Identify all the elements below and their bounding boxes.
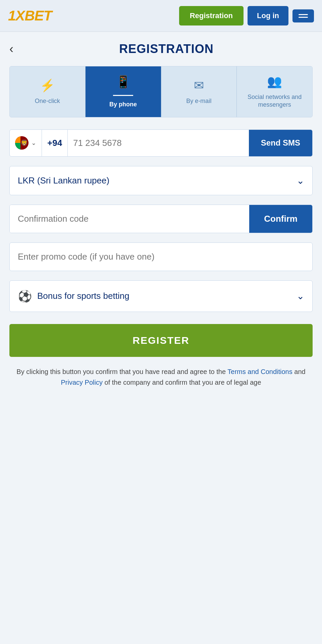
login-button[interactable]: Log in <box>248 6 288 25</box>
bonus-dropdown[interactable]: ⚽ Bonus for sports betting ⌄ <box>9 280 313 312</box>
bonus-chevron-icon: ⌄ <box>297 290 304 302</box>
tab-social[interactable]: 👥 Social networks and messengers <box>237 66 312 117</box>
page-content: ‹ REGISTRATION ⚡ One-click 📱 By phone ✉ … <box>0 32 322 401</box>
header: 1XBET Registration Log in <box>0 0 322 32</box>
tab-by-email-label: By e-mail <box>186 97 211 105</box>
menu-icon-line2 <box>299 17 308 18</box>
confirm-button[interactable]: Confirm <box>249 205 312 233</box>
lightning-icon: ⚡ <box>40 78 55 93</box>
bonus-label: Bonus for sports betting <box>37 291 129 301</box>
disclaimer: By clicking this button you confirm that… <box>9 366 313 388</box>
logo-text: 1XBET <box>8 8 52 23</box>
currency-dropdown[interactable]: LKR (Sri Lankan rupee) ⌄ <box>9 166 313 195</box>
header-right: Registration Log in <box>179 6 314 25</box>
promo-code-input[interactable] <box>9 243 313 271</box>
social-icon: 👥 <box>267 74 282 89</box>
confirmation-row: Confirm <box>9 205 313 233</box>
country-selector[interactable]: ⌄ <box>10 130 42 156</box>
country-chevron-icon: ⌄ <box>31 139 36 147</box>
menu-button[interactable] <box>292 9 314 22</box>
tab-social-label: Social networks and messengers <box>240 93 309 109</box>
confirmation-code-input[interactable] <box>10 205 249 233</box>
tab-by-phone[interactable]: 📱 By phone <box>86 66 161 117</box>
menu-icon-line1 <box>299 14 308 15</box>
tab-by-email[interactable]: ✉ By e-mail <box>161 66 237 117</box>
flag-icon <box>15 136 29 150</box>
tab-underline <box>113 95 133 96</box>
country-code: +94 <box>42 130 68 156</box>
send-sms-button[interactable]: Send SMS <box>249 130 312 156</box>
phone-input-row: ⌄ +94 Send SMS <box>9 129 313 157</box>
registration-button[interactable]: Registration <box>179 6 244 25</box>
email-icon: ✉ <box>194 78 204 93</box>
privacy-link[interactable]: Privacy Policy <box>61 379 103 386</box>
disclaimer-text-before: By clicking this button you confirm that… <box>16 368 226 375</box>
terms-link[interactable]: Terms and Conditions <box>227 368 292 375</box>
page-title: REGISTRATION <box>20 42 313 56</box>
phone-icon: 📱 <box>116 75 131 89</box>
phone-number-input[interactable] <box>68 130 249 156</box>
tab-by-phone-label: By phone <box>109 101 137 108</box>
tab-one-click[interactable]: ⚡ One-click <box>10 66 86 117</box>
currency-chevron-icon: ⌄ <box>297 175 304 186</box>
tab-one-click-label: One-click <box>35 97 60 105</box>
registration-tabs: ⚡ One-click 📱 By phone ✉ By e-mail 👥 Soc… <box>9 66 313 117</box>
page-header: ‹ REGISTRATION <box>9 42 313 56</box>
currency-label: LKR (Sri Lankan rupee) <box>18 175 109 186</box>
back-button[interactable]: ‹ <box>9 42 13 56</box>
soccer-ball-icon: ⚽ <box>18 289 32 303</box>
register-button[interactable]: REGISTER <box>9 324 313 357</box>
bonus-left: ⚽ Bonus for sports betting <box>18 289 129 303</box>
logo: 1XBET <box>8 8 52 24</box>
